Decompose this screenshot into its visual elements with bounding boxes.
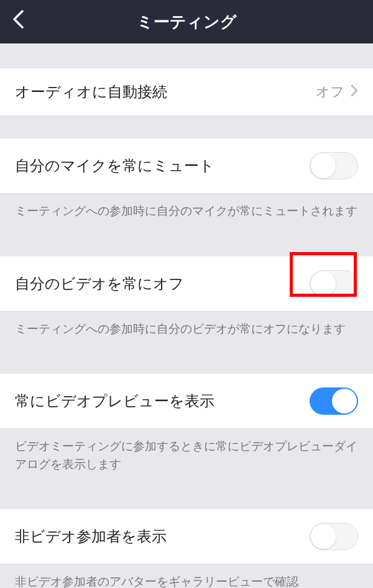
setting-desc: ミーティングへの参加時に自分のマイクが常にミュートされます xyxy=(0,194,373,234)
setting-label: 非ビデオ参加者を表示 xyxy=(15,527,167,546)
setting-label: 常にビデオプレビューを表示 xyxy=(15,391,214,411)
setting-audio-connect[interactable]: オーディオに自動接続 オフ xyxy=(0,68,373,116)
setting-value: オフ xyxy=(316,83,344,101)
setting-label: 自分のマイクを常にミュート xyxy=(15,156,214,176)
setting-video-off: 自分のビデオを常にオフ xyxy=(0,256,373,312)
toggle-knob xyxy=(332,389,357,414)
toggle-video-preview[interactable] xyxy=(310,387,358,415)
header: ミーティング xyxy=(0,0,373,43)
setting-label: 自分のビデオを常にオフ xyxy=(15,274,184,294)
setting-video-preview: 常にビデオプレビューを表示 xyxy=(0,374,373,429)
setting-desc: ビデオミーティングに参加するときに常にビデオプレビューダイアログを表示します xyxy=(0,429,373,487)
setting-desc: 非ビデオ参加者のアバターをギャラリービューで確認 xyxy=(0,564,373,588)
chevron-left-icon xyxy=(12,10,24,29)
back-button[interactable] xyxy=(12,10,24,34)
settings-list: オーディオに自動接続 オフ 自分のマイクを常にミュート ミーティングへの参加時に… xyxy=(0,43,373,588)
setting-value-group: オフ xyxy=(316,83,358,101)
toggle-non-video[interactable] xyxy=(310,523,358,550)
page-title: ミーティング xyxy=(12,11,361,33)
toggle-knob xyxy=(311,153,336,178)
toggle-mute-mic[interactable] xyxy=(310,152,358,179)
toggle-knob xyxy=(311,524,336,549)
chevron-right-icon xyxy=(351,83,358,101)
setting-non-video: 非ビデオ参加者を表示 xyxy=(0,509,373,564)
setting-desc: ミーティングへの参加時に自分のビデオが常にオフになります xyxy=(0,312,373,352)
toggle-video-off[interactable] xyxy=(310,270,358,297)
setting-mute-mic: 自分のマイクを常にミュート xyxy=(0,138,373,194)
setting-label: オーディオに自動接続 xyxy=(15,82,167,102)
toggle-knob xyxy=(311,271,336,296)
